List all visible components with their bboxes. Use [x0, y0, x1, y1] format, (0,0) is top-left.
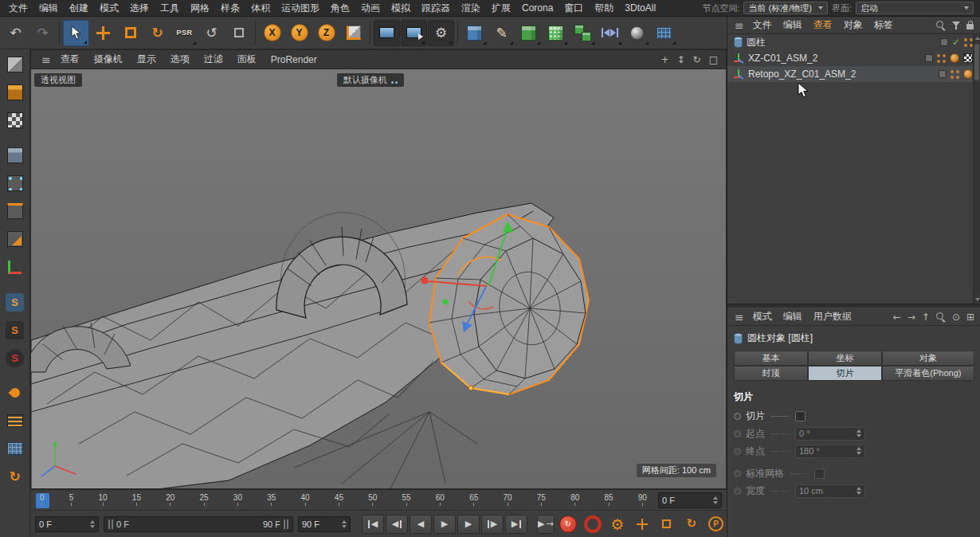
- script-s2-button[interactable]: S: [6, 320, 25, 339]
- keyframe-dot-icon[interactable]: [734, 430, 741, 437]
- camera-label[interactable]: 默认摄像机: [337, 73, 404, 87]
- scrollbar-thumb[interactable]: [974, 44, 979, 80]
- om-menu-file[interactable]: 文件: [748, 18, 777, 32]
- menu-edit[interactable]: 编辑: [33, 2, 64, 15]
- object-row-asm[interactable]: XZ-C01_ASM_2: [727, 50, 980, 66]
- keyframe-dot-icon[interactable]: [734, 413, 741, 420]
- menu-corona[interactable]: Corona: [516, 2, 559, 14]
- object-row-retopo[interactable]: Retopo_XZ_C01_ASM_2: [727, 66, 980, 82]
- object-row-cylinder[interactable]: 圆柱 ✓: [727, 34, 980, 50]
- visibility-dots-icon[interactable]: [951, 70, 959, 79]
- make-editable-button[interactable]: [6, 55, 25, 74]
- x-axis-lock-button[interactable]: X: [259, 20, 285, 46]
- to-angle-input[interactable]: 180 °: [795, 445, 865, 458]
- play-button[interactable]: ▶: [433, 515, 456, 534]
- edge-mode-button[interactable]: [6, 202, 25, 221]
- panel-menu-icon[interactable]: ≡: [732, 19, 747, 32]
- menu-help[interactable]: 帮助: [589, 2, 619, 15]
- menu-simulate[interactable]: 模拟: [386, 2, 416, 15]
- keyframe-dot-icon[interactable]: [734, 448, 741, 455]
- tab-caps[interactable]: 封顶: [734, 366, 808, 381]
- menu-extensions[interactable]: 扩展: [486, 2, 516, 15]
- frame-field-spinner[interactable]: 0 F: [35, 516, 99, 532]
- lock-icon[interactable]: [966, 24, 974, 29]
- filter-icon[interactable]: [952, 22, 960, 29]
- tab-basic[interactable]: 基本: [734, 351, 808, 366]
- menu-mograph[interactable]: 运动图形: [276, 2, 325, 15]
- spinner-arrows-icon[interactable]: [90, 520, 95, 528]
- maximize-view-icon[interactable]: □: [709, 54, 718, 65]
- menu-3dtoall[interactable]: 3DtoAll: [619, 2, 661, 14]
- phong-tag-icon[interactable]: [963, 69, 973, 79]
- tab-phong[interactable]: 平滑着色(Phong): [882, 366, 974, 381]
- polygon-mode-button[interactable]: [6, 229, 25, 249]
- new-panel-icon[interactable]: ⊞: [966, 312, 974, 323]
- menu-select[interactable]: 选择: [124, 2, 155, 15]
- vp-menu-display[interactable]: 显示: [130, 53, 163, 66]
- vp-menu-prorender[interactable]: ProRender: [264, 54, 324, 65]
- add-primitive-button[interactable]: [461, 20, 488, 46]
- vp-menu-view[interactable]: 查看: [53, 53, 87, 66]
- y-axis-lock-button[interactable]: Y: [286, 20, 312, 46]
- phong-tag-icon[interactable]: [950, 53, 959, 63]
- range-end-handle[interactable]: 90 F: [263, 519, 288, 529]
- width-input[interactable]: 10 cm: [795, 484, 865, 498]
- live-selection-button[interactable]: [63, 20, 89, 46]
- enabled-check-icon[interactable]: ✓: [952, 37, 960, 47]
- am-menu-edit[interactable]: 编辑: [778, 310, 807, 323]
- target-icon[interactable]: ⊙: [952, 312, 960, 323]
- keyframe-dot-icon[interactable]: [734, 488, 741, 495]
- interface-select[interactable]: 启动: [856, 2, 974, 14]
- deformer-button[interactable]: [597, 20, 623, 46]
- search-icon[interactable]: [936, 21, 946, 30]
- om-menu-view[interactable]: 查看: [809, 18, 837, 32]
- script-s1-button[interactable]: S: [6, 292, 25, 312]
- next-frame-button[interactable]: ▶: [457, 515, 480, 534]
- menu-tracker[interactable]: 跟踪器: [416, 2, 456, 15]
- timeline-track[interactable]: 0 5 10 15 20 25 30 35 40 45 50 55 60 65 …: [35, 492, 652, 509]
- panel-menu-icon[interactable]: ≡: [732, 311, 747, 323]
- render-picture-viewer-button[interactable]: [401, 20, 427, 46]
- node-space-select[interactable]: 当前 (标准/物理): [743, 2, 827, 14]
- parent-object-icon[interactable]: ↑: [922, 312, 930, 323]
- next-key-button[interactable]: ▶: [481, 515, 504, 534]
- recent-tool-button[interactable]: ↺: [198, 20, 225, 46]
- rotate-view-icon[interactable]: ↻: [693, 54, 701, 65]
- spinner-arrows-icon[interactable]: [857, 429, 861, 437]
- om-menu-tags[interactable]: 标签: [869, 18, 898, 32]
- tab-slice[interactable]: 切片: [808, 366, 882, 381]
- slice-checkbox[interactable]: [795, 411, 806, 421]
- spinner-arrows-icon[interactable]: [342, 520, 347, 528]
- model-mode-button[interactable]: [6, 83, 25, 102]
- script-s3-button[interactable]: S: [6, 348, 25, 367]
- goto-start-button[interactable]: ◀: [362, 515, 384, 534]
- record-position-toggle[interactable]: [633, 515, 651, 533]
- regular-grid-checkbox[interactable]: [814, 468, 825, 479]
- psr-tool-button[interactable]: PSR: [171, 20, 198, 46]
- object-name[interactable]: XZ-C01_ASM_2: [748, 53, 817, 64]
- history-back-icon[interactable]: ←: [893, 312, 901, 323]
- reset-psr-button[interactable]: ↻: [6, 467, 25, 486]
- record-rotation-toggle[interactable]: ↻: [683, 515, 700, 533]
- render-settings-button[interactable]: ⚙: [428, 20, 454, 46]
- tab-object[interactable]: 对象: [882, 351, 974, 366]
- point-mode-button[interactable]: [6, 174, 25, 193]
- panel-menu-icon[interactable]: ≡: [39, 53, 53, 66]
- scroll-up-icon[interactable]: [975, 37, 980, 40]
- uv-tag-icon[interactable]: [963, 53, 973, 63]
- am-menu-mode[interactable]: 模式: [748, 310, 777, 323]
- dolly-view-icon[interactable]: ↕: [677, 54, 685, 65]
- spinner-arrows-icon[interactable]: [857, 447, 861, 455]
- redo-button[interactable]: ↷: [29, 20, 56, 46]
- end-frame-spinner[interactable]: 90 F: [298, 516, 351, 532]
- next-marker-button[interactable]: ▶→: [537, 515, 555, 534]
- from-angle-input[interactable]: 0 °: [795, 427, 865, 441]
- vp-menu-filter[interactable]: 过滤: [197, 53, 230, 66]
- preview-range-slider[interactable]: 0 F 90 F: [104, 516, 293, 532]
- current-frame-spinner[interactable]: 0 F: [658, 492, 722, 508]
- menu-mesh[interactable]: 网格: [185, 2, 215, 15]
- undo-button[interactable]: ↶: [2, 20, 29, 46]
- vp-menu-panel[interactable]: 面板: [230, 53, 264, 66]
- visibility-dots-icon[interactable]: [937, 54, 946, 63]
- layer-box-icon[interactable]: [925, 54, 933, 62]
